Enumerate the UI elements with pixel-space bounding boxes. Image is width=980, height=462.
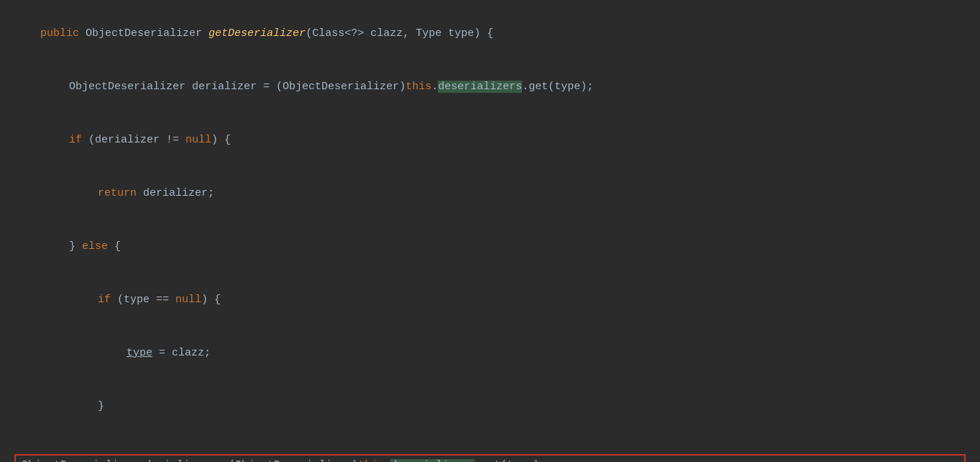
code-line-3: if (derializer != null) { xyxy=(14,114,966,167)
code-line-5: } else { xyxy=(14,220,966,273)
code-line-7: type = clazz; xyxy=(14,327,966,380)
code-line-empty xyxy=(14,433,966,452)
code-line-2: ObjectDeserializer derializer = (ObjectD… xyxy=(14,60,966,114)
code-line-8: } xyxy=(14,380,966,433)
highlighted-block-1: ObjectDeserializer derializer = (ObjectD… xyxy=(14,454,966,462)
code-line-6: if (type == null) { xyxy=(14,273,966,327)
code-line-1: public ObjectDeserializer getDeserialize… xyxy=(14,7,966,60)
code-editor: public ObjectDeserializer getDeserialize… xyxy=(0,0,980,462)
code-line-4: return derializer; xyxy=(14,167,966,220)
